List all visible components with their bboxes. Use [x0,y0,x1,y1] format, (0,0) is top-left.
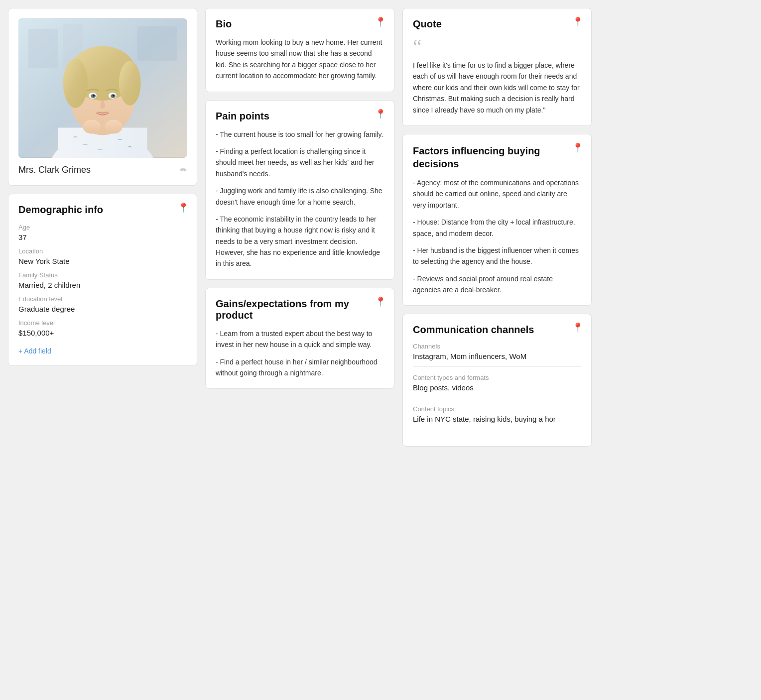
edit-icon[interactable]: ✏ [180,165,187,175]
svg-point-16 [113,95,115,97]
svg-point-15 [93,95,95,97]
pain-item-2: - Juggling work and family life is also … [216,185,384,208]
education-field: Education level Graduate degree [18,295,187,319]
quote-mark: “ [413,37,581,57]
factors-content: - Agency: most of the communications and… [413,177,581,296]
pin-icon-quote[interactable]: 📍 [572,16,583,27]
content-topics-label: Content topics [413,405,581,413]
income-value: $150,000+ [18,329,187,343]
education-value: Graduate degree [18,305,187,319]
add-field-button[interactable]: + Add field [18,347,51,355]
col-left: Mrs. Clark Grimes ✏ 📍 Demographic info A… [8,8,197,447]
factors-item-0: - Agency: most of the communications and… [413,177,581,211]
content-topics-section: Content topics Life in NYC state, raisin… [413,405,581,429]
quote-card: 📍 Quote “ I feel like it's time for us t… [402,8,592,126]
age-field: Age 37 [18,224,187,247]
svg-point-10 [119,61,141,105]
communication-card: 📍 Communication channels Channels Instag… [402,314,592,447]
pin-icon-pain[interactable]: 📍 [375,109,386,119]
svg-point-18 [105,120,123,134]
svg-rect-3 [137,26,177,61]
svg-point-17 [83,120,101,134]
pain-item-1: - Finding a perfect location is challeng… [216,146,384,179]
demographic-card: 📍 Demographic info Age 37 Location New Y… [8,194,197,366]
income-label: Income level [18,319,187,327]
location-label: Location [18,247,187,255]
bio-title: Bio [216,18,384,30]
pin-icon-demographic[interactable]: 📍 [178,202,189,213]
pain-item-3: - The economic instability in the countr… [216,214,384,269]
channels-section: Channels Instagram, Mom influencers, WoM [413,343,581,367]
profile-photo [18,18,187,158]
pin-icon-factors[interactable]: 📍 [572,142,583,153]
gains-item-1: - Find a perfect house in her / similar … [216,356,384,379]
content-types-label: Content types and formats [413,374,581,381]
family-status-label: Family Status [18,271,187,279]
location-value: New York State [18,257,187,271]
bio-text: Working mom looking to buy a new home. H… [216,37,384,82]
pain-points-content: - The current house is too small for her… [216,129,384,269]
content-types-value: Blog posts, videos [413,383,581,398]
quote-text: I feel like it's time for us to find a b… [413,60,581,116]
quote-title: Quote [413,18,581,30]
factors-item-2: - Her husband is the biggest influencer … [413,245,581,267]
pin-icon-bio[interactable]: 📍 [375,16,386,27]
factors-item-3: - Reviews and social proof around real e… [413,273,581,296]
family-status-field: Family Status Married, 2 children [18,271,187,295]
pain-points-card: 📍 Pain points - The current house is too… [205,100,394,280]
location-field: Location New York State [18,247,187,271]
demographic-title: Demographic info [18,204,187,216]
gains-content: - Learn from a trusted expert about the … [216,328,384,379]
channels-value: Instagram, Mom influencers, WoM [413,352,581,367]
factors-item-1: - House: Distance from the city + local … [413,217,581,239]
factors-card: 📍 Factors influencing buying decisions -… [402,134,592,306]
family-status-value: Married, 2 children [18,281,187,295]
profile-name-row: Mrs. Clark Grimes ✏ [18,165,187,175]
age-value: 37 [18,233,187,247]
svg-point-9 [63,58,88,108]
education-label: Education level [18,295,187,303]
content-topics-value: Life in NYC state, raising kids, buying … [413,415,581,429]
svg-rect-1 [28,29,58,69]
gains-item-0: - Learn from a trusted expert about the … [216,328,384,350]
content-types-section: Content types and formats Blog posts, vi… [413,374,581,398]
col-right: 📍 Quote “ I feel like it's time for us t… [402,8,592,447]
pin-icon-gains[interactable]: 📍 [375,296,386,307]
pin-icon-communication[interactable]: 📍 [572,322,583,333]
gains-card: 📍 Gains/expectations from my product - L… [205,288,394,389]
gains-title: Gains/expectations from my product [216,298,384,321]
age-label: Age [18,224,187,231]
bio-card: 📍 Bio Working mom looking to buy a new h… [205,8,394,92]
profile-card: Mrs. Clark Grimes ✏ [8,8,197,186]
communication-title: Communication channels [413,324,581,336]
income-field: Income level $150,000+ [18,319,187,343]
factors-title: Factors influencing buying decisions [413,144,581,170]
pain-points-title: Pain points [216,111,384,122]
col-middle: 📍 Bio Working mom looking to buy a new h… [205,8,394,447]
profile-name: Mrs. Clark Grimes [18,165,91,175]
pain-item-0: - The current house is too small for her… [216,129,384,140]
channels-label: Channels [413,343,581,350]
